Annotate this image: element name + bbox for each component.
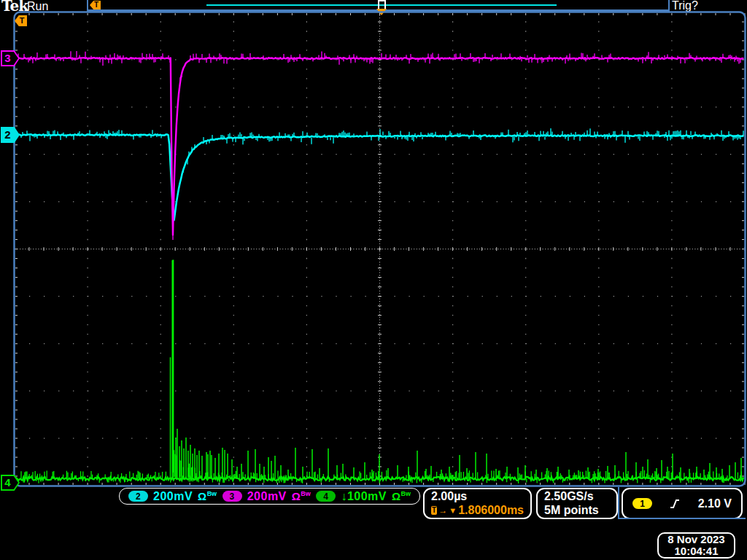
channel-2-coupling: ΩBw bbox=[198, 490, 217, 502]
record-length: 5M points bbox=[544, 504, 610, 517]
channel-4-coupling: ΩBw bbox=[392, 490, 411, 502]
divider bbox=[618, 487, 619, 519]
channel-3-scale: 200mV bbox=[247, 490, 287, 503]
timebase-readout[interactable]: 2.00µs T → ▼ 1.806000ms bbox=[423, 488, 532, 519]
trigger-readout[interactable]: 1 2.10 V bbox=[622, 488, 743, 519]
acquisition-readout[interactable]: 2.50GS/s 5M points bbox=[536, 488, 618, 519]
channel-2-scale: 200mV bbox=[153, 490, 193, 503]
trigger-level-value: 2.10 V bbox=[698, 497, 732, 510]
trigger-t-icon: T bbox=[431, 506, 437, 515]
channel-3-readout[interactable]: 3200mVΩBw bbox=[222, 490, 311, 503]
menu-bar: SaveScreen ImageSaveWaveformSaveSetupRec… bbox=[0, 520, 747, 560]
delay-readout: T → ▼ 1.806000ms bbox=[431, 504, 524, 517]
sample-rate: 2.50GS/s bbox=[544, 490, 610, 503]
timebase-scale: 2.00µs bbox=[431, 490, 524, 503]
delay-value: 1.806000ms bbox=[458, 504, 524, 517]
arrow-right-icon: → bbox=[438, 505, 447, 516]
ch4-position-marker[interactable]: 4 bbox=[1, 475, 20, 491]
trigger-source-badge: 1 bbox=[632, 498, 652, 509]
time-value: 10:04:41 bbox=[659, 545, 734, 557]
ch2-position-marker[interactable]: 2 bbox=[1, 127, 20, 143]
date-value: 8 Nov 2023 bbox=[659, 534, 734, 545]
oscilloscope-screen: Tek Run Trig? T T 3 2 4 2200mVΩBw3200mVΩ… bbox=[0, 0, 747, 560]
divider bbox=[618, 518, 746, 519]
channel-readout-bar[interactable]: 2200mVΩBw3200mVΩBw4↓100mVΩBw bbox=[119, 488, 420, 505]
channel-4-scale: ↓100mV bbox=[341, 490, 387, 503]
rising-edge-icon bbox=[669, 498, 681, 510]
ch3-position-marker[interactable]: 3 bbox=[1, 50, 20, 66]
clock-display: 8 Nov 2023 10:04:41 bbox=[657, 532, 735, 559]
channel-2-badge[interactable]: 2 bbox=[128, 491, 148, 502]
channel-3-coupling: ΩBw bbox=[292, 490, 311, 502]
channel-4-badge[interactable]: 4 bbox=[316, 491, 336, 502]
channel-2-readout[interactable]: 2200mVΩBw bbox=[128, 490, 217, 503]
triangle-down-icon: ▼ bbox=[449, 506, 457, 515]
channel-4-readout[interactable]: 4↓100mVΩBw bbox=[316, 490, 411, 503]
scope-graticule bbox=[0, 0, 747, 560]
channel-3-badge[interactable]: 3 bbox=[222, 491, 242, 502]
